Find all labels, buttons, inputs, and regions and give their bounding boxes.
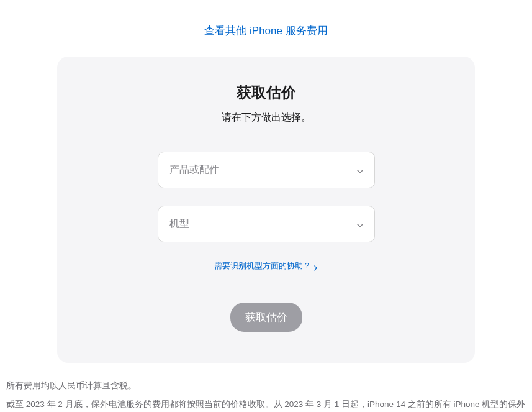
top-link-text: 查看其他 iPhone 服务费用 bbox=[204, 25, 327, 37]
submit-button-label: 获取估价 bbox=[245, 311, 287, 323]
product-select-wrapper: 产品或配件 bbox=[158, 152, 375, 188]
card-title: 获取估价 bbox=[82, 83, 450, 103]
identify-model-help-link[interactable]: 需要识别机型方面的协助？ bbox=[214, 260, 318, 272]
footer-line-2: 截至 2023 年 2 月底，保外电池服务的费用都将按照当前的价格收取。从 20… bbox=[6, 395, 526, 412]
get-estimate-button[interactable]: 获取估价 bbox=[230, 303, 302, 332]
model-select[interactable]: 机型 bbox=[158, 206, 375, 242]
card-subtitle: 请在下方做出选择。 bbox=[82, 111, 450, 124]
product-select[interactable]: 产品或配件 bbox=[158, 152, 375, 188]
footer-text: 所有费用均以人民币计算且含税。 截至 2023 年 2 月底，保外电池服务的费用… bbox=[6, 363, 526, 412]
footer-line-2-part1: 截至 2023 年 2 月底，保外电池服务的费用都将按照当前的价格收取。从 20… bbox=[6, 400, 525, 412]
help-link-text: 需要识别机型方面的协助？ bbox=[214, 260, 311, 272]
estimate-card: 获取估价 请在下方做出选择。 产品或配件 机型 需要识别机型方面的协助？ bbox=[57, 57, 475, 363]
product-select-placeholder: 产品或配件 bbox=[169, 164, 219, 175]
chevron-right-icon bbox=[313, 263, 318, 269]
footer-line-1: 所有费用均以人民币计算且含税。 bbox=[6, 377, 526, 395]
model-select-wrapper: 机型 bbox=[158, 206, 375, 242]
view-other-services-link[interactable]: 查看其他 iPhone 服务费用 bbox=[6, 6, 526, 57]
model-select-placeholder: 机型 bbox=[169, 218, 189, 229]
